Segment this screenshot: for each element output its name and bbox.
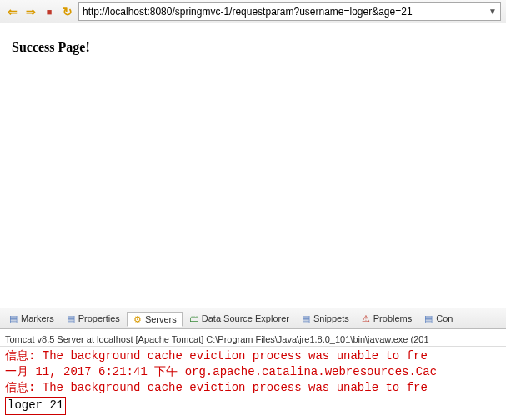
url-input[interactable]: http://localhost:8080/springmvc-1/reques… — [78, 2, 501, 21]
tab-label: Servers — [145, 314, 177, 324]
tab-label: Data Source Explorer — [202, 313, 289, 323]
tab-label: Markers — [21, 313, 54, 323]
tab-label: Con — [436, 313, 453, 323]
data-source-icon: 🗃 — [189, 313, 199, 323]
servers-icon: ⚙ — [133, 314, 143, 324]
tab-markers[interactable]: ▤ Markers — [3, 312, 59, 325]
markers-icon: ▤ — [8, 313, 18, 323]
snippets-icon: ▤ — [301, 313, 311, 323]
console-line-selected: loger 21 — [5, 397, 66, 415]
console-output[interactable]: 信息: The background cache eviction proces… — [0, 347, 506, 420]
page-content: Success Page! — [0, 23, 506, 308]
url-dropdown-icon[interactable]: ▼ — [485, 7, 497, 16]
url-text: http://localhost:8080/springmvc-1/reques… — [83, 6, 485, 18]
stop-icon[interactable]: ■ — [42, 4, 57, 19]
views-tabbar: ▤ Markers ▤ Properties ⚙ Servers 🗃 Data … — [0, 308, 506, 329]
forward-icon[interactable]: ⇒ — [23, 4, 38, 19]
console-line: 一月 11, 2017 6:21:41 下午 org.apache.catali… — [5, 364, 501, 380]
tab-properties[interactable]: ▤ Properties — [61, 312, 125, 325]
console-line: 信息: The background cache eviction proces… — [5, 348, 501, 364]
console-header: Tomcat v8.5 Server at localhost [Apache … — [0, 329, 506, 347]
browser-toolbar: ⇐ ⇒ ■ ↻ http://localhost:8080/springmvc-… — [0, 0, 506, 23]
tab-snippets[interactable]: ▤ Snippets — [296, 312, 354, 325]
tab-console[interactable]: ▤ Con — [418, 312, 458, 325]
tab-label: Properties — [78, 313, 120, 323]
back-icon[interactable]: ⇐ — [5, 4, 20, 19]
tab-label: Snippets — [313, 313, 349, 323]
page-heading: Success Page! — [12, 40, 496, 55]
tab-servers[interactable]: ⚙ Servers — [127, 312, 183, 327]
problems-icon: ⚠ — [361, 313, 371, 323]
console-icon: ▤ — [423, 313, 433, 323]
tab-label: Problems — [373, 313, 412, 323]
refresh-icon[interactable]: ↻ — [60, 4, 75, 19]
properties-icon: ▤ — [66, 313, 76, 323]
console-line: 信息: The background cache eviction proces… — [5, 380, 501, 396]
tab-data-source-explorer[interactable]: 🗃 Data Source Explorer — [184, 312, 294, 325]
tab-problems[interactable]: ⚠ Problems — [356, 312, 417, 325]
